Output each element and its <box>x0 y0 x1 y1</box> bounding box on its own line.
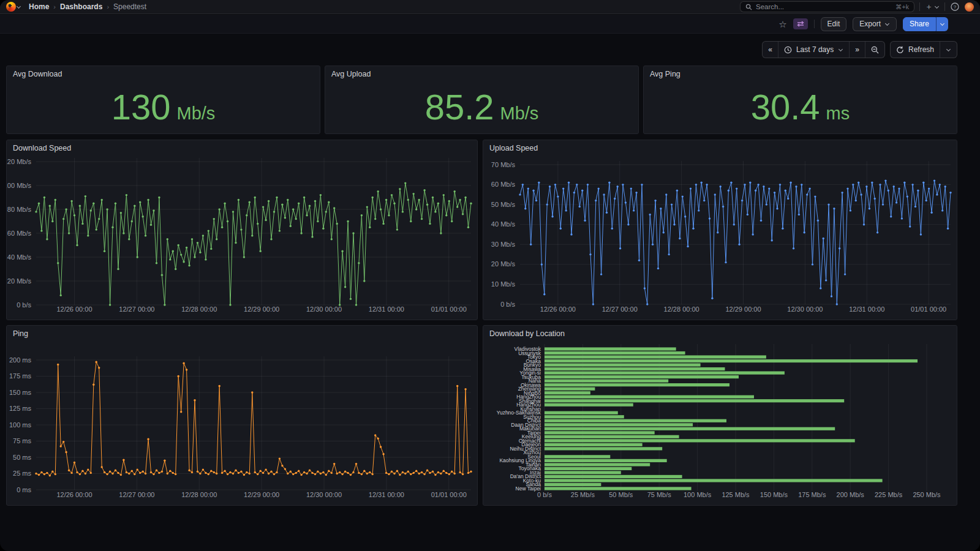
bar[interactable] <box>545 459 667 462</box>
time-shift-forward-button[interactable]: » <box>849 42 865 58</box>
panel-title: Upload Speed <box>483 140 957 154</box>
chevron-down-icon[interactable] <box>17 4 21 8</box>
share-options-button[interactable] <box>936 17 948 31</box>
grafana-logo-icon[interactable] <box>6 2 16 12</box>
search-placeholder: Search... <box>756 3 784 10</box>
bar[interactable] <box>545 463 650 466</box>
refresh-interval-button[interactable] <box>940 42 957 58</box>
stat-number: 85.2 <box>425 89 494 125</box>
download-by-location-chart[interactable]: 0 b/s25 Mb/s50 Mb/s75 Mb/s100 Mb/s125 Mb… <box>483 339 957 503</box>
series-line[interactable] <box>36 362 471 476</box>
y-tick-label: 100 ms <box>9 421 32 429</box>
y-tick-label: 150 ms <box>9 389 32 396</box>
bar[interactable] <box>545 355 766 358</box>
bar[interactable] <box>545 479 883 482</box>
download-by-location-panel: Download by Location 0 b/s25 Mb/s50 Mb/s… <box>483 325 957 506</box>
y-tick-label: 60 Mb/s <box>7 230 32 237</box>
bar[interactable] <box>545 415 624 418</box>
bar[interactable] <box>545 411 618 414</box>
time-picker-group: « Last 7 days » <box>762 41 885 58</box>
bar[interactable] <box>545 419 726 422</box>
bar[interactable] <box>545 443 643 446</box>
bars[interactable] <box>545 347 918 490</box>
refresh-button[interactable]: Refresh <box>891 42 940 58</box>
series-line[interactable] <box>36 183 471 305</box>
x-tick-label: 100 Mb/s <box>684 491 712 498</box>
y-tick-label: 175 ms <box>9 372 32 380</box>
top-nav-bar: Home › Dashboards › Speedtest Search... … <box>0 0 980 14</box>
bar[interactable] <box>545 487 692 490</box>
y-tick-label: 50 ms <box>13 454 31 461</box>
y-tick-label: 75 ms <box>13 437 31 444</box>
bar[interactable] <box>545 363 701 366</box>
bar[interactable] <box>545 367 725 370</box>
y-tick-label: 50 Mb/s <box>491 201 516 208</box>
x-tick-label: 12/28 00:00 <box>181 305 217 313</box>
stat-unit: Mb/s <box>500 103 539 124</box>
avatar[interactable] <box>965 2 974 12</box>
stat-number: 130 <box>111 89 171 125</box>
chevron-down-icon <box>839 47 843 51</box>
export-button[interactable]: Export <box>853 17 897 31</box>
bar[interactable] <box>545 435 679 438</box>
upload-speed-chart[interactable]: 0 b/s10 Mb/s20 Mb/s30 Mb/s40 Mb/s50 Mb/s… <box>483 154 957 317</box>
bar[interactable] <box>545 475 682 478</box>
bar[interactable] <box>545 427 835 430</box>
panel-title: Avg Download <box>7 66 320 80</box>
bar[interactable] <box>545 403 633 407</box>
time-range-picker[interactable]: Last 7 days <box>778 42 849 58</box>
swap-arrows-icon <box>796 21 805 27</box>
bar[interactable] <box>545 423 693 426</box>
bar[interactable] <box>545 483 601 486</box>
breadcrumb-dashboards[interactable]: Dashboards <box>60 2 102 11</box>
x-tick-label: 12/30 00:00 <box>306 305 342 313</box>
add-new-button[interactable]: ＋ <box>925 1 940 12</box>
series-line[interactable] <box>520 181 951 304</box>
gridlines <box>36 158 471 305</box>
bar[interactable] <box>545 388 595 391</box>
bar[interactable] <box>545 455 610 458</box>
help-icon[interactable]: ? <box>950 1 960 12</box>
series-points[interactable] <box>519 179 951 305</box>
bar[interactable] <box>545 467 631 470</box>
y-tick-label: 60 Mb/s <box>491 181 516 188</box>
bar[interactable] <box>545 359 918 362</box>
panel-title: Download Speed <box>7 140 477 154</box>
bar[interactable] <box>545 431 655 434</box>
ping-chart[interactable]: 0 ms25 ms50 ms75 ms100 ms125 ms150 ms175… <box>7 339 477 503</box>
bar[interactable] <box>545 371 785 374</box>
bar[interactable] <box>545 375 739 378</box>
x-tick-label: 01/01 00:00 <box>431 491 467 498</box>
download-speed-panel: Download Speed 0 b/s20 Mb/s40 Mb/s60 Mb/… <box>6 140 478 320</box>
time-shift-back-button[interactable]: « <box>763 42 778 58</box>
bar[interactable] <box>545 383 729 386</box>
download-speed-chart[interactable]: 0 b/s20 Mb/s40 Mb/s60 Mb/s80 Mb/s100 Mb/… <box>7 154 477 317</box>
bar[interactable] <box>545 391 590 394</box>
star-icon[interactable]: ☆ <box>778 20 786 29</box>
public-dashboard-icon[interactable] <box>793 18 808 29</box>
x-tick-label: 12/29 00:00 <box>725 305 761 313</box>
y-tick-label: 0 b/s <box>17 301 31 309</box>
bar[interactable] <box>545 447 662 450</box>
nav-actions: Search... ⌘+k ＋ ? <box>740 1 974 12</box>
bar[interactable] <box>545 439 855 442</box>
breadcrumb-home[interactable]: Home <box>29 2 49 11</box>
x-tick-label: 12/27 00:00 <box>119 491 154 498</box>
bar[interactable] <box>545 395 754 399</box>
bar[interactable] <box>545 399 844 402</box>
upload-speed-panel: Upload Speed 0 b/s10 Mb/s20 Mb/s30 Mb/s4… <box>483 140 957 320</box>
axis-labels: 0 ms25 ms50 ms75 ms100 ms125 ms150 ms175… <box>9 356 467 499</box>
bar[interactable] <box>545 347 676 350</box>
search-input[interactable]: Search... ⌘+k <box>740 1 914 12</box>
share-button[interactable]: Share <box>903 17 936 31</box>
edit-button[interactable]: Edit <box>821 17 847 31</box>
x-tick-label: 12/26 00:00 <box>56 305 92 313</box>
bar[interactable] <box>545 351 685 354</box>
bar[interactable] <box>545 380 668 383</box>
x-tick-label: 75 Mb/s <box>647 491 672 498</box>
zoom-out-button[interactable] <box>865 42 884 58</box>
series-points[interactable] <box>35 182 472 305</box>
divider <box>919 2 920 11</box>
bar[interactable] <box>545 471 621 474</box>
x-tick-label: 12/28 00:00 <box>181 491 217 498</box>
